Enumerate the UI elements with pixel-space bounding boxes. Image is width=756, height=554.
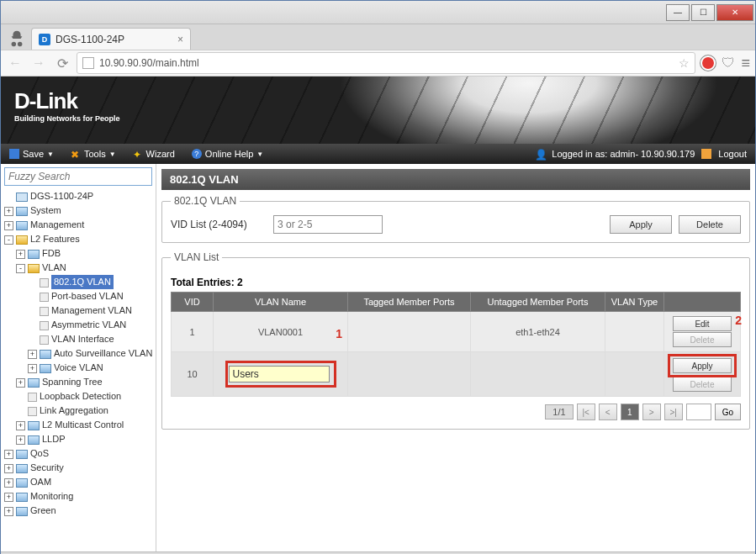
window-maximize-button[interactable] xyxy=(691,4,715,21)
nav-tree: DGS-1100-24P +System +Management -L2 Fea… xyxy=(4,189,152,518)
reload-button[interactable]: ⟳ xyxy=(53,54,71,72)
folder-icon xyxy=(40,364,51,373)
tree-lldp[interactable]: LLDP xyxy=(42,434,66,444)
address-bar[interactable]: 10.90.90.90/main.html ☆ xyxy=(77,52,695,74)
menu-tools[interactable]: ✖Tools▼ xyxy=(71,149,116,159)
collapse-icon[interactable]: - xyxy=(4,235,13,245)
row-apply-button[interactable]: Apply xyxy=(673,358,732,373)
pager-last-button[interactable]: >| xyxy=(664,404,683,420)
folder-open-icon xyxy=(28,264,40,273)
tree-stp[interactable]: Spanning Tree xyxy=(42,377,103,387)
folder-icon xyxy=(16,507,28,516)
pager-go-button[interactable]: Go xyxy=(715,404,741,420)
browser-menu-icon[interactable]: ≡ xyxy=(741,55,750,72)
table-row: 10 Apply Delete xyxy=(172,352,741,397)
tab-close-icon[interactable]: × xyxy=(177,34,183,45)
window-minimize-button[interactable] xyxy=(666,4,690,21)
expand-icon[interactable]: + xyxy=(4,221,13,230)
folder-icon xyxy=(28,250,40,259)
folder-icon xyxy=(28,378,40,388)
tree-l2[interactable]: L2 Features xyxy=(30,234,80,244)
vid-legend: 802.1Q VLAN xyxy=(171,195,240,207)
expand-icon[interactable]: + xyxy=(4,450,13,459)
vlan-name-input[interactable] xyxy=(229,366,330,383)
pager-page-1[interactable]: 1 xyxy=(621,404,639,420)
tree-root[interactable]: DGS-1100-24P xyxy=(30,191,93,201)
tree-port-vlan[interactable]: Port-based VLAN xyxy=(51,291,124,301)
tree-voice[interactable]: Voice VLAN xyxy=(54,362,103,372)
shield-icon[interactable]: 🛡 xyxy=(721,55,736,71)
menu-help[interactable]: ?Online Help▼ xyxy=(192,149,263,159)
expand-icon[interactable]: + xyxy=(4,493,13,502)
forward-button[interactable]: → xyxy=(29,54,48,72)
tree-vlan[interactable]: VLAN xyxy=(42,262,66,272)
bookmark-star-icon[interactable]: ☆ xyxy=(679,56,690,70)
th-vid: VID xyxy=(172,293,214,312)
row-delete-button[interactable]: Delete xyxy=(673,332,732,347)
tree-system[interactable]: System xyxy=(30,205,61,215)
tree-l2mc[interactable]: L2 Multicast Control xyxy=(42,419,124,430)
window-close-button[interactable] xyxy=(716,4,753,21)
menu-wizard[interactable]: ✦Wizard xyxy=(133,149,175,159)
extension-icon[interactable] xyxy=(700,55,716,71)
collapse-icon[interactable]: - xyxy=(16,264,25,273)
th-type: VLAN Type xyxy=(605,293,664,312)
vlan-table: VID VLAN Name Tagged Member Ports Untagg… xyxy=(171,292,741,397)
tree-security[interactable]: Security xyxy=(30,462,64,472)
cell-tagged xyxy=(348,312,471,352)
tree-fdb[interactable]: FDB xyxy=(42,248,61,258)
save-icon xyxy=(9,149,19,159)
browser-tab[interactable]: D DGS-1100-24P × xyxy=(31,28,191,50)
expand-icon[interactable]: + xyxy=(16,250,25,259)
edit-button[interactable]: Edit xyxy=(673,316,732,331)
tree-vlan-if[interactable]: VLAN Interface xyxy=(51,334,114,344)
page-icon xyxy=(28,393,37,402)
pager-next-button[interactable]: > xyxy=(642,404,661,420)
tree-loopback[interactable]: Loopback Detection xyxy=(40,391,121,401)
expand-icon[interactable]: + xyxy=(28,350,37,359)
logout-link[interactable]: Logout xyxy=(718,149,747,159)
tree-asym-vlan[interactable]: Asymmetric VLAN xyxy=(51,319,126,330)
tree-oam[interactable]: OAM xyxy=(30,477,51,487)
pager-input[interactable] xyxy=(686,404,711,420)
menu-save[interactable]: Save▼ xyxy=(9,149,54,159)
tree-qos[interactable]: QoS xyxy=(30,448,49,458)
vid-input[interactable] xyxy=(273,215,383,234)
expand-icon[interactable]: + xyxy=(4,507,13,516)
tree-monitoring[interactable]: Monitoring xyxy=(30,491,73,501)
expand-icon[interactable]: + xyxy=(28,364,37,373)
tree-autosurv[interactable]: Auto Surveillance VLAN xyxy=(54,348,152,358)
pager-first-button[interactable]: |< xyxy=(577,404,595,420)
vid-label: VID List (2-4094) xyxy=(171,219,263,230)
vlan-list-fieldset: VLAN List Total Entries: 2 VID VLAN Name… xyxy=(161,251,750,430)
expand-icon[interactable]: + xyxy=(4,464,13,473)
cell-type xyxy=(605,352,664,397)
expand-icon[interactable]: + xyxy=(16,435,25,445)
wizard-icon: ✦ xyxy=(133,149,143,159)
tree-linkagg[interactable]: Link Aggregation xyxy=(40,405,108,415)
folder-open-icon xyxy=(16,235,28,245)
favicon-icon: D xyxy=(39,34,50,45)
tree-mgmt-vlan[interactable]: Management VLAN xyxy=(51,305,132,315)
search-input[interactable] xyxy=(4,167,152,186)
tree-8021q-vlan[interactable]: 802.1Q VLAN xyxy=(51,275,114,289)
back-button[interactable]: ← xyxy=(6,54,24,72)
folder-icon xyxy=(16,221,28,230)
pager-prev-button[interactable]: < xyxy=(599,404,617,420)
tree-management[interactable]: Management xyxy=(30,219,84,230)
expand-icon[interactable]: + xyxy=(16,378,25,388)
expand-icon[interactable]: + xyxy=(4,207,13,216)
vid-fieldset: 802.1Q VLAN VID List (2-4094) Apply Dele… xyxy=(161,195,750,243)
expand-icon[interactable]: + xyxy=(4,478,13,488)
help-icon: ? xyxy=(192,149,202,159)
url-text: 10.90.90.90/main.html xyxy=(99,57,199,69)
pager: 1/1 |< < 1 > >| Go xyxy=(171,404,741,420)
delete-button[interactable]: Delete xyxy=(679,215,741,234)
row-delete-button[interactable]: Delete xyxy=(673,377,732,392)
logout-icon xyxy=(701,149,711,159)
tree-green[interactable]: Green xyxy=(30,505,56,515)
expand-icon[interactable]: + xyxy=(16,421,25,430)
apply-button[interactable]: Apply xyxy=(610,215,672,234)
page-icon xyxy=(40,293,49,302)
page-icon xyxy=(40,335,49,345)
